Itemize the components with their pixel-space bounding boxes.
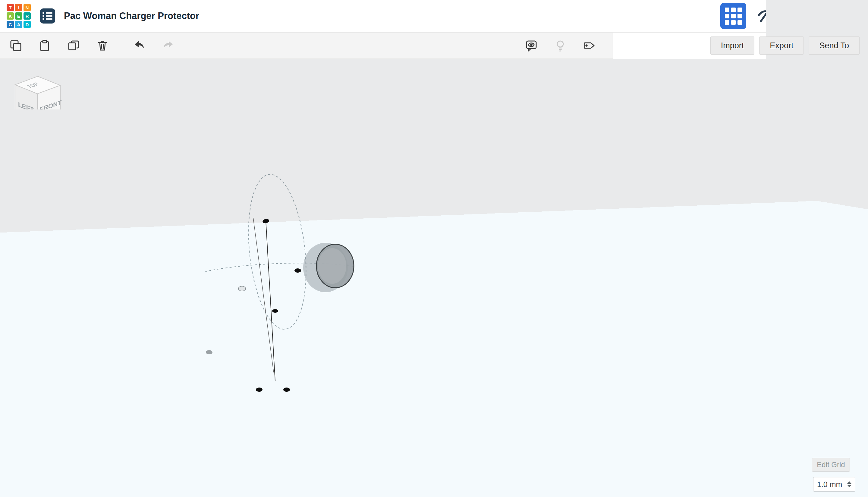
snap-grid-label: Snap Grid	[777, 480, 812, 489]
scale-handle[interactable]	[256, 387, 263, 392]
copy-icon[interactable]	[9, 39, 22, 52]
logo-tile: A	[15, 21, 22, 28]
redo-icon[interactable]	[162, 39, 175, 52]
invite-user-icon[interactable]	[810, 7, 828, 25]
shape-material-options: Solid Hole	[703, 89, 856, 172]
hole-label: Hole	[795, 139, 811, 148]
view-cube[interactable]: TOP LEFT FRONT	[12, 74, 64, 130]
zoom-in-button[interactable]	[12, 190, 30, 207]
perspective-toggle-button[interactable]	[12, 241, 30, 258]
hole-swatch-icon	[792, 110, 815, 133]
flip-mirror-icon[interactable]	[670, 39, 683, 52]
dashboard-grid-icon[interactable]	[720, 3, 746, 29]
duplicate-icon[interactable]	[67, 39, 80, 52]
shapes-panel-header: Shapes(2)	[703, 67, 856, 89]
select-arrows-icon	[847, 481, 851, 487]
action-toolbar: Import Export Send To	[0, 32, 868, 59]
import-button[interactable]: Import	[710, 37, 755, 55]
grid-glyph	[725, 8, 742, 25]
rotate-handle[interactable]	[206, 350, 212, 354]
logo-tile: E	[15, 12, 22, 19]
midpoint-handle[interactable]	[238, 286, 246, 291]
edit-tools	[0, 39, 175, 52]
comment-eye-icon[interactable]	[525, 39, 538, 52]
io-buttons: Import Export Send To	[710, 37, 859, 55]
fit-view-button[interactable]	[12, 165, 30, 182]
delete-icon[interactable]	[96, 39, 109, 52]
panel-collapse-button[interactable]	[703, 67, 725, 89]
projects-toolbox-icon[interactable]	[782, 7, 800, 25]
scale-handle[interactable]	[294, 268, 301, 273]
snap-grid-value: 1.0 mm	[817, 480, 842, 489]
tinker-pickaxe-icon[interactable]	[755, 7, 774, 25]
solid-option[interactable]: Solid	[744, 110, 766, 172]
unlock-icon[interactable]	[819, 73, 830, 84]
show-all-bulb-icon[interactable]	[554, 39, 567, 52]
tinkercad-logo[interactable]: T I N K E R C A D	[6, 4, 31, 28]
shapes-panel-title: Shapes(2)	[732, 73, 776, 83]
home-view-button[interactable]	[12, 139, 30, 157]
logo-tile: C	[6, 21, 14, 28]
group-icon[interactable]	[583, 39, 596, 52]
hide-bulb-icon[interactable]	[838, 73, 849, 84]
export-button[interactable]: Export	[759, 37, 804, 55]
panel-toggle-chevron-icon[interactable]	[858, 271, 864, 286]
object-tools: Import Export Send To	[525, 37, 868, 55]
collapse-arrow-icon	[710, 76, 718, 81]
send-to-button[interactable]: Send To	[809, 37, 859, 55]
scale-handle[interactable]	[272, 309, 278, 313]
app-header: T I N K E R C A D Pac Woman Charger Prot…	[0, 0, 868, 32]
logo-tile: R	[24, 12, 31, 19]
logo-tile: K	[6, 12, 14, 19]
hole-option[interactable]: Hole	[792, 110, 815, 172]
align-icon[interactable]	[641, 39, 654, 52]
header-actions	[720, 3, 859, 29]
shapes-panel: Shapes(2) Solid Hole	[703, 67, 856, 172]
logo-tile: T	[6, 4, 14, 11]
logo-tile: N	[24, 4, 31, 11]
solid-swatch-icon	[744, 110, 766, 132]
undo-icon[interactable]	[133, 39, 146, 52]
scale-handle[interactable]	[283, 387, 290, 392]
edit-grid-button[interactable]: Edit Grid	[812, 458, 850, 472]
scale-handle[interactable]	[175, 312, 182, 317]
solid-label: Solid	[746, 138, 764, 147]
design-menu-icon[interactable]	[39, 8, 56, 25]
paste-icon[interactable]	[38, 39, 51, 52]
ungroup-icon[interactable]	[612, 39, 625, 52]
design-title[interactable]: Pac Woman Charger Protector	[64, 11, 199, 22]
zoom-out-button[interactable]	[12, 215, 30, 232]
logo-tile: I	[15, 4, 22, 11]
snap-grid-select[interactable]: 1.0 mm	[813, 477, 855, 492]
logo-tile: D	[24, 21, 31, 28]
avatar[interactable]	[837, 4, 859, 27]
